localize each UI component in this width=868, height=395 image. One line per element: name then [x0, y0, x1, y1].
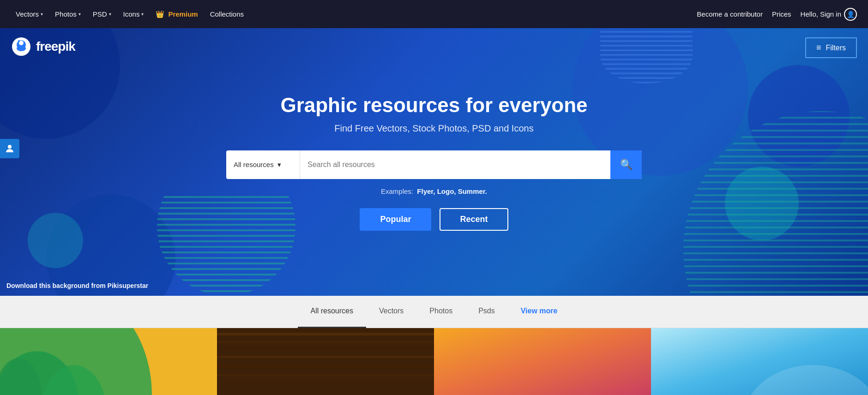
thumb-wood-image [217, 328, 434, 395]
resource-tabs: All resources Vectors Photos Psds View m… [0, 296, 868, 328]
thumb-gradient-image [434, 328, 651, 395]
examples-values: Flyer, Logo, Summer. [417, 187, 487, 195]
sign-in-area[interactable]: Hello, Sign in 👤 [801, 8, 857, 21]
thumbnail-blue[interactable] [651, 328, 868, 395]
search-bar: All resources ▾ 🔍 [226, 150, 642, 179]
nav-label-premium: Premium [168, 10, 198, 18]
tab-photos[interactable]: Photos [416, 296, 465, 328]
nav-label-psd: PSD [93, 10, 107, 18]
nav-label-collections: Collections [210, 10, 244, 18]
svg-rect-14 [217, 356, 434, 358]
filter-buttons: Popular Recent [0, 208, 868, 231]
crown-icon: 👑 [156, 10, 164, 18]
svg-point-7 [0, 351, 78, 395]
thumbnails-row [0, 328, 868, 395]
examples-prefix: Examples: [381, 187, 413, 195]
chevron-down-icon: ▾ [141, 12, 144, 17]
thumbnail-yellow[interactable] [0, 328, 217, 395]
svg-rect-18 [434, 328, 651, 395]
nav-item-vectors[interactable]: Vectors ▾ [11, 0, 48, 28]
tab-label-photos: Photos [429, 307, 452, 315]
hero-subtitle: Find Free Vectors, Stock Photos, PSD and… [0, 123, 868, 134]
freepik-wordmark: freepik [36, 39, 75, 54]
header-lines-decoration [600, 28, 693, 84]
svg-point-8 [42, 365, 106, 395]
filters-label: Filters [826, 44, 846, 52]
hero-section: freepik ≡ Filters Graphic resources for … [0, 28, 868, 296]
recent-button[interactable]: Recent [440, 208, 508, 231]
freepik-logo-icon [11, 36, 31, 57]
become-contributor-link[interactable]: Become a contributor [697, 10, 763, 18]
svg-point-4 [18, 40, 20, 42]
nav-item-photos[interactable]: Photos ▾ [50, 0, 85, 28]
prices-link[interactable]: Prices [772, 10, 791, 18]
chevron-down-icon: ▾ [78, 12, 81, 17]
search-type-label: All resources [234, 161, 274, 168]
examples-text: Examples: Flyer, Logo, Summer. [0, 187, 868, 195]
svg-rect-11 [217, 333, 434, 335]
download-note: Download this background from Pikisupers… [6, 282, 148, 289]
thumbnail-gradient[interactable] [434, 328, 651, 395]
tab-vectors[interactable]: Vectors [366, 296, 416, 328]
svg-rect-6 [0, 328, 217, 395]
nav-right: Become a contributor Prices Hello, Sign … [697, 8, 857, 21]
thumbnail-wood[interactable] [217, 328, 434, 395]
nav-item-collections[interactable]: Collections [205, 0, 248, 28]
sign-in-label: Hello, Sign in [801, 10, 841, 18]
search-submit-button[interactable]: 🔍 [610, 150, 642, 179]
freepik-logo[interactable]: freepik [11, 36, 75, 57]
user-icon: 👤 [844, 8, 857, 21]
search-input[interactable] [300, 150, 610, 179]
hero-content: Graphic resources for everyone Find Free… [0, 94, 868, 231]
filters-button[interactable]: ≡ Filters [805, 37, 857, 58]
svg-rect-13 [217, 347, 434, 350]
tab-psds[interactable]: Psds [465, 296, 508, 328]
nav-item-icons[interactable]: Icons ▾ [119, 0, 149, 28]
svg-rect-16 [217, 374, 434, 376]
tab-label-psds: Psds [478, 307, 495, 315]
search-type-dropdown[interactable]: All resources ▾ [226, 150, 300, 179]
svg-rect-12 [217, 341, 434, 343]
nav-left: Vectors ▾ Photos ▾ PSD ▾ Icons ▾ 👑 Premi… [11, 0, 697, 28]
thumb-blue-image [651, 328, 868, 395]
popular-button[interactable]: Popular [360, 208, 431, 231]
svg-rect-17 [217, 383, 434, 385]
svg-point-3 [17, 46, 26, 51]
search-icon: 🔍 [620, 159, 633, 171]
search-type-chevron: ▾ [277, 161, 281, 169]
nav-label-photos: Photos [55, 10, 77, 18]
tab-label-all: All resources [311, 307, 353, 315]
tab-label-vectors: Vectors [379, 307, 404, 315]
hero-title: Graphic resources for everyone [0, 94, 868, 117]
nav-label-icons: Icons [123, 10, 140, 18]
svg-point-9 [0, 358, 42, 395]
chevron-down-icon: ▾ [41, 12, 43, 17]
nav-label-vectors: Vectors [16, 10, 39, 18]
nav-item-premium[interactable]: 👑 Premium [151, 0, 202, 28]
tab-label-view-more: View more [521, 307, 558, 315]
svg-rect-15 [217, 364, 434, 367]
chevron-down-icon: ▾ [109, 12, 111, 17]
nav-item-psd[interactable]: PSD ▾ [88, 0, 116, 28]
tab-view-more[interactable]: View more [508, 296, 571, 328]
thumb-yellow-image [0, 328, 217, 395]
filters-icon: ≡ [816, 43, 821, 53]
tab-all-resources[interactable]: All resources [298, 296, 366, 328]
top-navigation: Vectors ▾ Photos ▾ PSD ▾ Icons ▾ 👑 Premi… [0, 0, 868, 28]
